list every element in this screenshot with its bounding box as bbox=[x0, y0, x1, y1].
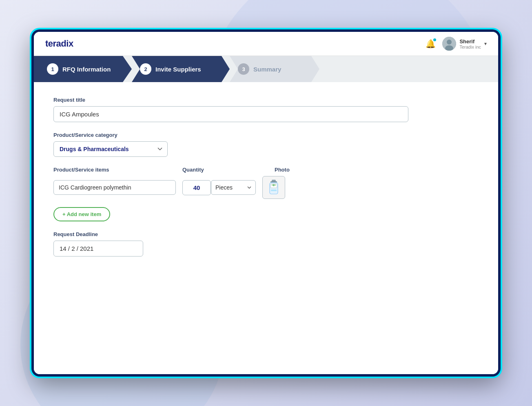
deadline-label: Request Deadline bbox=[53, 231, 479, 237]
category-select[interactable]: Drugs & Pharmaceuticals Medical Devices … bbox=[53, 141, 168, 157]
notification-bell[interactable]: 🔔 bbox=[426, 39, 436, 49]
add-item-button[interactable]: + Add new item bbox=[53, 207, 110, 221]
items-col-qty-header: Quantity bbox=[182, 167, 223, 173]
step-1-number: 1 bbox=[47, 63, 58, 75]
main-content: Request title Product/Service category D… bbox=[34, 82, 498, 374]
request-title-label: Request title bbox=[53, 97, 479, 103]
items-col-photo-header: Photo bbox=[275, 167, 307, 173]
category-label: Product/Service category bbox=[53, 132, 479, 138]
items-group: Product/Service items Quantity Photo Pie… bbox=[53, 167, 479, 221]
svg-point-1 bbox=[447, 40, 452, 45]
category-group: Product/Service category Drugs & Pharmac… bbox=[53, 132, 479, 157]
nav-right: 🔔 Sherif Teradix inc bbox=[426, 37, 487, 51]
user-name: Sherif bbox=[459, 38, 481, 45]
avatar bbox=[442, 37, 456, 51]
step-2-number: 2 bbox=[140, 63, 151, 75]
logo: teradix bbox=[45, 38, 73, 49]
user-menu[interactable]: Sherif Teradix inc ▾ bbox=[442, 37, 487, 51]
step-1-label: RFQ Information bbox=[62, 66, 111, 73]
user-company: Teradix inc bbox=[459, 45, 481, 49]
step-3[interactable]: 3 Summary bbox=[230, 56, 319, 82]
item-quantity-input[interactable] bbox=[182, 180, 211, 195]
step-2[interactable]: 2 Invite Suppliers bbox=[132, 56, 230, 82]
step-3-number: 3 bbox=[238, 63, 249, 75]
request-title-input[interactable] bbox=[53, 106, 408, 122]
device-frame: teradix 🔔 Sherif bbox=[31, 29, 501, 377]
step-2-label: Invite Suppliers bbox=[155, 66, 201, 73]
items-header: Product/Service items Quantity Photo bbox=[53, 167, 479, 173]
medicine-bottle-icon bbox=[268, 180, 280, 195]
stepper: 1 RFQ Information 2 Invite Suppliers 3 S… bbox=[34, 56, 498, 82]
device-inner: teradix 🔔 Sherif bbox=[34, 32, 498, 374]
deadline-group: Request Deadline bbox=[53, 231, 479, 257]
request-title-group: Request title bbox=[53, 97, 479, 122]
user-text: Sherif Teradix inc bbox=[459, 38, 481, 49]
chevron-down-icon: ▾ bbox=[484, 41, 487, 47]
step-1[interactable]: 1 RFQ Information bbox=[34, 56, 132, 82]
items-col-item-header: Product/Service items bbox=[53, 167, 176, 173]
item-unit-select[interactable]: Pieces Boxes Vials Units bbox=[211, 180, 256, 195]
svg-rect-9 bbox=[271, 190, 277, 191]
step-3-label: Summary bbox=[253, 66, 281, 73]
item-photo-upload[interactable] bbox=[262, 176, 285, 199]
items-col-unit-header bbox=[223, 167, 268, 173]
navbar: teradix 🔔 Sherif bbox=[34, 32, 498, 56]
deadline-input[interactable] bbox=[53, 241, 143, 257]
item-row: Pieces Boxes Vials Units bbox=[53, 176, 479, 199]
item-name-input[interactable] bbox=[53, 180, 176, 195]
notification-dot bbox=[433, 38, 436, 41]
